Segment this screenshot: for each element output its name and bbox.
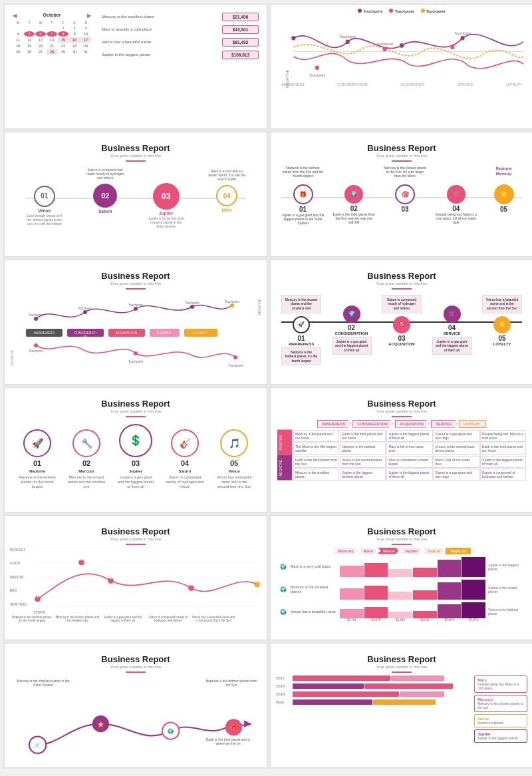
divider-12 [392, 672, 412, 673]
cell-n1-5: Jupiter is the biggest planet of them al… [480, 456, 526, 468]
day-f: F [58, 21, 68, 25]
chevron-service: SERVICE [431, 420, 458, 428]
journey-labels: AWARENESS CONSIDERATION ACQUISITION SERV… [275, 83, 529, 87]
tl-03-num: 03 [401, 206, 408, 213]
node-02-above: Saturn is a massive ball made mostly of … [86, 168, 124, 182]
icon-circle-1: 🚀 [23, 429, 51, 457]
legend-2: Touchpoint [389, 9, 414, 13]
cal-next[interactable]: ▶ [87, 13, 91, 19]
svg-text:🛒: 🛒 [35, 742, 41, 748]
circle-02: 🌍 [343, 305, 360, 323]
legend-3: Touchpoint [421, 9, 446, 13]
cell-n1-2: Venus is the second planet from the Sun [340, 456, 386, 468]
node-04-name: Mars [222, 208, 232, 212]
icon-num-3: 03 [132, 459, 140, 467]
chevron-awareness: AWARENESS [317, 420, 351, 428]
chevron-loyalty: LOYALTY [459, 420, 486, 428]
y-label-verybad: VERY BAD [10, 602, 31, 606]
icon-circle-5: 🎵 [220, 429, 248, 457]
cell-p2-1: The Moon is the fifth-largest satellite [293, 443, 339, 455]
cell-n2-3: Jupiter is the biggest planet of them al… [386, 469, 432, 481]
row4-value: $106,813 [222, 51, 259, 59]
svg-text:AWARENESS: AWARENESS [33, 331, 55, 335]
slide-6: Business Report Your great subtitle in t… [270, 260, 532, 385]
roadmap: Mercury is the smallest planet in the So… [10, 676, 261, 759]
ch-saturn: Saturn [423, 548, 445, 554]
year-2017: 2017 [276, 676, 470, 681]
tl-01-circle: 🎁 [293, 184, 313, 204]
day-w: W [35, 21, 46, 25]
icon-desc-2: Mercury is the closest planet and the sm… [67, 475, 106, 489]
day-m: M [13, 21, 23, 25]
cell-p1-2: Earth is the third planet and our home [340, 430, 386, 442]
icon-name-2: Mercury [78, 469, 94, 473]
step-1-label: Neptune is the farthest planet, it's the… [10, 616, 54, 623]
divider-11 [126, 672, 146, 673]
ch-neptune: Neptune [446, 548, 471, 554]
legend-mars: Mars Despite being red, Mars is a cold p… [474, 676, 527, 693]
cell-p1-3: Jupiter is the biggest planet of them al… [386, 430, 432, 442]
node-04: 04 [216, 185, 237, 206]
svg-text:ACQUISITION: ACQUISITION [116, 331, 138, 335]
tl-03-circle: 🎯 [395, 184, 415, 204]
svg-text:SERVICE: SERVICE [157, 331, 172, 335]
slide-title-8: Business Report [276, 399, 527, 409]
legend-jupiter: Jupiter Jupiter is the biggest planet [474, 729, 527, 743]
tl-05-circle: ⭐ [494, 184, 514, 204]
slide-subtitle-8: Your great subtitle in this line [276, 409, 527, 413]
svg-point-5 [400, 43, 404, 48]
slide-4: Business Report Your great subtitle in t… [270, 132, 532, 257]
tl-01-below: Jupiter is a gas giant and the biggest p… [281, 213, 325, 230]
year-2018: 2018 [276, 683, 470, 689]
bar-row-2: 🌍 Mercury is the smallest planet Saturn … [279, 580, 525, 600]
slide-subtitle-9: Your great subtitle in this line [10, 537, 261, 541]
svg-point-6 [460, 36, 464, 41]
stage-loyalty: LOYALTY [506, 83, 522, 87]
slide-9: Business Report Your great subtitle in t… [4, 515, 267, 640]
cell-p2-3: Mars is full of iron oxide dust [386, 443, 432, 455]
day-t: T [24, 21, 35, 25]
svg-text:Touchpoint: Touchpoint [29, 313, 44, 317]
cell-n2-1: Mercury is the smallest planet [293, 469, 339, 481]
node-03-desc: Jupiter is by far the most massive plane… [147, 216, 186, 228]
divider-4 [392, 160, 412, 162]
icon-circle-2: 🔧 [72, 429, 100, 457]
cell-n1-1: Earth is the third planet from the Sun [293, 456, 339, 468]
svg-point-7 [315, 65, 319, 70]
cell-p1-1: Mercury is the planet and our home [293, 430, 339, 442]
svg-point-31 [134, 307, 138, 311]
svg-point-36 [34, 343, 38, 347]
y-label-bad: BAD [10, 588, 31, 592]
slide-5: Business Report Your great subtitle in t… [4, 260, 267, 385]
icon-name-4: Saturn [178, 469, 191, 473]
ch-mars: Mars [358, 548, 377, 554]
slide-11: Business Report Your great subtitle in t… [4, 643, 267, 768]
row2-desc: Mercury is the smallest planet [291, 585, 337, 594]
svg-text:🌍: 🌍 [168, 728, 174, 734]
tl-05-above: NeptuneMercury [496, 166, 512, 184]
icon-item-3: 💲 03 Jupiter Jupiter's a gas giant and t… [116, 424, 155, 489]
row3-note: Venus is the farthest planet [488, 608, 525, 616]
bar-row-1: 🌍 Mars is a very cold place Jupiter is t… [279, 557, 525, 577]
divider [126, 160, 146, 162]
cell-p2-5: Earth is the third planet and our home [480, 443, 526, 455]
label-neptune: Neptune is the farthest planet from the … [205, 679, 258, 687]
svg-point-30 [83, 310, 87, 314]
svg-text:Touchpoint: Touchpoint [128, 303, 144, 307]
stage-awareness: AWARENESS [281, 83, 305, 87]
svg-point-4 [346, 40, 350, 45]
svg-point-29 [34, 317, 38, 321]
slide-subtitle-10: Your great subtitle in this line [276, 537, 527, 541]
svg-point-40 [233, 355, 237, 359]
circle-05: ⭐ [493, 316, 511, 333]
tl-01-num: 01 [299, 206, 307, 213]
cal-prev[interactable]: ◀ [13, 13, 17, 19]
tl-04-circle: 🛒 [447, 185, 466, 204]
data-table: Mercury is the smallest planet $21,406 M… [98, 9, 263, 124]
icon-desc-3: Jupiter's a gas giant and the biggest pl… [116, 475, 155, 489]
x-label-steps: STEPS [33, 610, 261, 614]
step-2-label: Mercury is the closest planet and the sm… [55, 616, 99, 623]
node-03-name: Jupiter [159, 211, 174, 216]
svg-text:ON: ON [83, 335, 87, 338]
row2-label: Mars is actually a cold place [102, 27, 219, 33]
